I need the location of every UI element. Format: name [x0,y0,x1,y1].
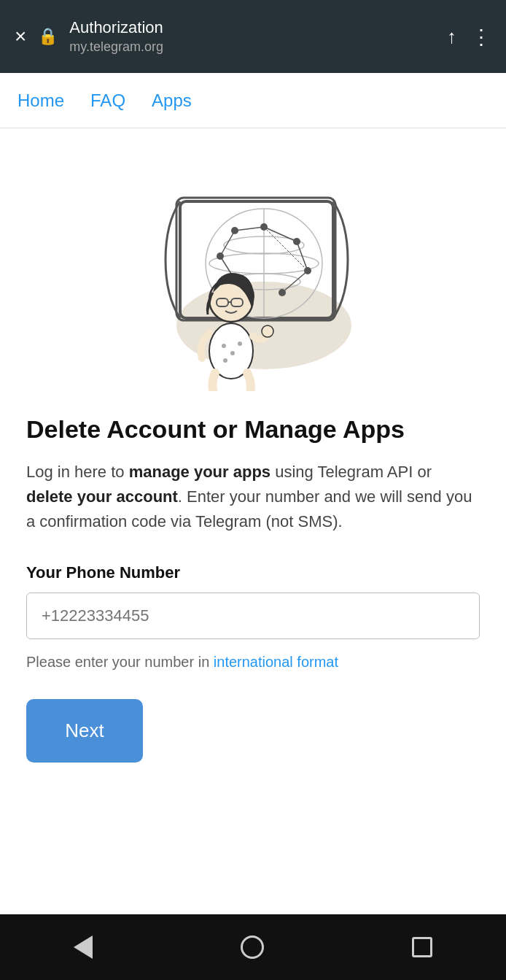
svg-point-28 [230,351,235,355]
international-format-link[interactable]: international format [214,654,338,670]
desc-bold-2: delete your account [26,487,178,506]
back-button[interactable] [74,935,93,959]
nav-link-apps[interactable]: Apps [152,85,192,117]
lock-icon: 🔒 [38,27,58,46]
desc-plain-2: using Telegram API or [270,463,432,481]
hero-illustration [136,158,370,391]
nav-bar: Home FAQ Apps [0,73,506,128]
next-button[interactable]: Next [26,699,143,763]
home-button[interactable] [241,935,264,959]
main-content: Delete Account or Manage Apps Log in her… [0,128,506,914]
more-icon[interactable] [471,25,491,49]
page-description: Log in here to manage your apps using Te… [26,460,480,534]
android-nav-bar [0,914,506,980]
phone-input[interactable] [26,593,480,639]
svg-line-16 [297,242,308,271]
phone-label: Your Phone Number [26,563,480,582]
browser-bar: × 🔒 Authorization my.telegram.org [0,0,506,73]
input-hint: Please enter your number in internationa… [26,651,480,673]
page-heading: Delete Account or Manage Apps [26,413,480,445]
recents-button[interactable] [412,937,432,957]
browser-actions [447,25,491,49]
desc-bold-1: manage your apps [129,463,270,481]
svg-point-27 [222,344,226,348]
svg-point-29 [238,342,242,346]
browser-title-group: Authorization my.telegram.org [69,18,435,55]
svg-line-15 [264,227,297,242]
hero-image [26,128,480,413]
svg-line-18 [235,227,264,231]
desc-plain-1: Log in here to [26,463,129,481]
browser-url: my.telegram.org [69,39,435,55]
svg-line-19 [220,231,235,256]
nav-link-home[interactable]: Home [17,85,64,117]
hint-plain: Please enter your number in [26,654,214,670]
svg-point-30 [223,358,227,363]
browser-title: Authorization [69,18,435,39]
svg-point-31 [262,325,273,337]
nav-link-faq[interactable]: FAQ [90,85,125,117]
close-icon[interactable]: × [15,26,26,47]
share-icon[interactable] [447,26,456,48]
